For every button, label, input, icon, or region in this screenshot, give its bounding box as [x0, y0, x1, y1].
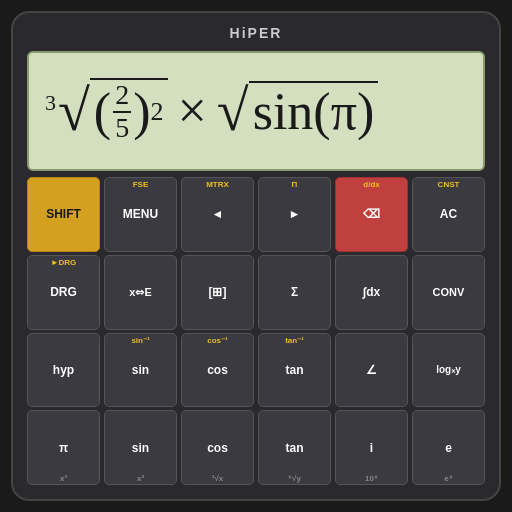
- sqrt-sin-pi: √ sin(π): [217, 81, 378, 140]
- drg-button[interactable]: ►DRG DRG: [27, 255, 100, 330]
- sin-button[interactable]: sin x³: [104, 410, 177, 485]
- logy-button[interactable]: logₓy: [412, 333, 485, 408]
- xe-button[interactable]: x⇔E: [104, 255, 177, 330]
- right-button[interactable]: Π ►: [258, 177, 331, 252]
- calculator: HiPER 3 √ ( 2 5 ) 2 ×: [11, 11, 501, 501]
- buttons-area: SHIFT FSE MENU MTRX ◄ Π ► d/dx ⌫ CNST AC: [27, 177, 485, 485]
- pi-button[interactable]: π x³: [27, 410, 100, 485]
- cube-root: 3 √ ( 2 5 ) 2: [45, 78, 168, 143]
- app-title: HiPER: [27, 23, 485, 45]
- button-row-2: ►DRG DRG x⇔E [⊞] Σ ∫dx CONV: [27, 255, 485, 330]
- i-button[interactable]: i 10ˣ: [335, 410, 408, 485]
- e-button[interactable]: e eˣ: [412, 410, 485, 485]
- matrix-button[interactable]: [⊞]: [181, 255, 254, 330]
- cos-button[interactable]: cos ³√x: [181, 410, 254, 485]
- shift-button[interactable]: SHIFT: [27, 177, 100, 252]
- angle-button[interactable]: ∠: [335, 333, 408, 408]
- hyp-button[interactable]: hyp: [27, 333, 100, 408]
- tan-inv-button[interactable]: tan⁻¹ tan: [258, 333, 331, 408]
- sigma-button[interactable]: Σ: [258, 255, 331, 330]
- cos-inv-button[interactable]: cos⁻¹ cos: [181, 333, 254, 408]
- menu-button[interactable]: FSE MENU: [104, 177, 177, 252]
- display-screen: 3 √ ( 2 5 ) 2 × √ sin(π): [27, 51, 485, 171]
- sin-inv-button[interactable]: sin⁻¹ sin: [104, 333, 177, 408]
- tan-button[interactable]: tan ˣ√y: [258, 410, 331, 485]
- ac-button[interactable]: CNST AC: [412, 177, 485, 252]
- button-row-4: π x³ sin x³ cos ³√x tan ˣ√y i 10ˣ e eˣ: [27, 410, 485, 485]
- display-expression: 3 √ ( 2 5 ) 2 × √ sin(π): [45, 78, 378, 143]
- del-button[interactable]: d/dx ⌫: [335, 177, 408, 252]
- button-row-3: hyp sin⁻¹ sin cos⁻¹ cos tan⁻¹ tan ∠ logₓ…: [27, 333, 485, 408]
- integral-button[interactable]: ∫dx: [335, 255, 408, 330]
- left-button[interactable]: MTRX ◄: [181, 177, 254, 252]
- conv-button[interactable]: CONV: [412, 255, 485, 330]
- button-row-1: SHIFT FSE MENU MTRX ◄ Π ► d/dx ⌫ CNST AC: [27, 177, 485, 252]
